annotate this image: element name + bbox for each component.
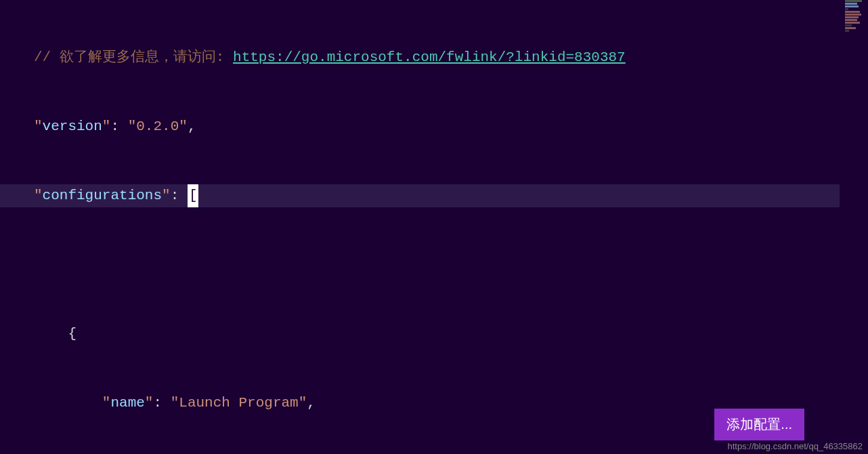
code-line: { xyxy=(34,323,868,346)
code-line-empty xyxy=(34,253,868,276)
code-line-active: "configurations": [ xyxy=(0,184,840,207)
cursor-position: [ xyxy=(188,184,199,207)
minimap[interactable] xyxy=(842,0,868,454)
code-editor[interactable]: // 欲了解更多信息，请访问: https://go.microsoft.com… xyxy=(0,0,868,454)
doc-link[interactable]: https://go.microsoft.com/fwlink/?linkid=… xyxy=(233,46,626,69)
add-configuration-button[interactable]: 添加配置... xyxy=(714,409,804,440)
code-line-comment: // 欲了解更多信息，请访问: https://go.microsoft.com… xyxy=(34,46,868,69)
code-line: "version": "0.2.0", xyxy=(34,115,868,138)
watermark-text: https://blog.csdn.net/qq_46335862 xyxy=(728,441,863,451)
